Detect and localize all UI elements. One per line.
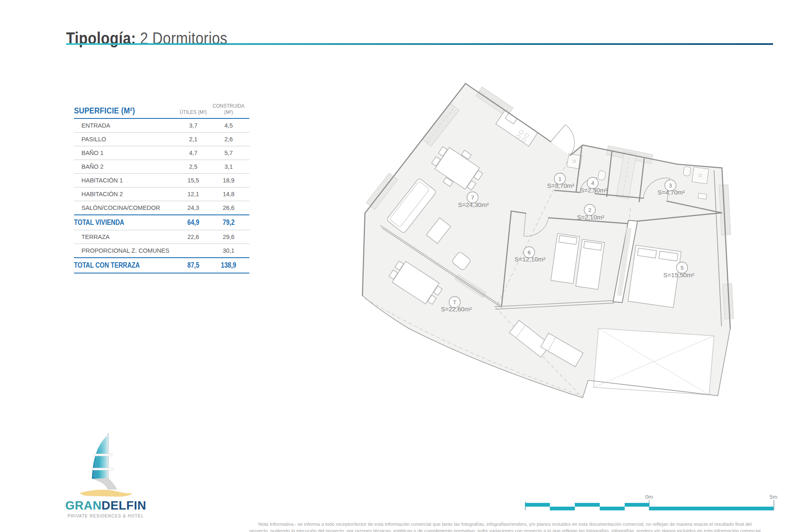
scale-segment <box>525 503 550 507</box>
surface-table: SUPERFICIE (M²) ÚTILES (M²) CONSTRUIDA (… <box>74 105 249 273</box>
room-number: T <box>453 299 456 305</box>
table-row-total-vivienda: TOTAL VIVIENDA 64,9 79,2 <box>74 215 249 230</box>
brand-logo: GRANDELFIN PRIVATE RESIDENCES & HOTEL <box>61 432 150 518</box>
scale-segment <box>600 507 625 510</box>
table-row: TERRAZA 22,6 29,6 <box>74 230 249 244</box>
scale-five-label: 5m <box>764 494 783 500</box>
table-row-total-terraza: TOTAL CON TERRAZA 87,5 138,9 <box>74 258 249 273</box>
brand-subtitle: PRIVATE RESIDENCES & HOTEL <box>61 514 150 518</box>
room-number: 2 <box>588 207 591 213</box>
scale-segment <box>625 503 649 507</box>
legal-note-line1: Nota Informativa.- se informa a todo rec… <box>216 521 794 527</box>
table-row: HABITACIÓN 2 12,1 14,8 <box>74 187 249 201</box>
room-area-label: S=12,10m² <box>515 256 545 263</box>
brand-name: GRANDELFIN <box>61 499 150 512</box>
table-row: SALÓN/COCINA/COMEDOR 24,3 26,6 <box>74 201 249 215</box>
room-area-label: S=2,10m² <box>577 214 604 221</box>
room-area-label: S=4,70m² <box>658 189 685 196</box>
brand-name-gran: GRAN <box>65 499 101 512</box>
table-row: PASILLO 2,1 2,6 <box>74 133 249 146</box>
room-number: 3 <box>669 182 672 189</box>
table-row: ENTRADA 3,7 4,5 <box>74 119 249 133</box>
scale-tick-5m <box>773 500 774 510</box>
room-area-label: S=2,50m² <box>580 187 607 194</box>
surface-table-header: SUPERFICIE (M²) ÚTILES (M²) CONSTRUIDA (… <box>74 105 249 119</box>
room-number: 4 <box>591 180 594 186</box>
scale-segment-long <box>649 507 773 510</box>
legal-note-line2: proyecto, pudiendo la ejecución del proy… <box>216 527 794 532</box>
column-header-construida: CONSTRUIDA (M²) <box>205 103 252 115</box>
room-number: 6 <box>527 249 530 256</box>
room-number: 1 <box>558 176 561 182</box>
scale-segment <box>550 507 575 510</box>
room-area-label: S=3,70m² <box>547 182 574 189</box>
page-title-prefix: Tipología: <box>66 29 136 48</box>
title-underline <box>66 43 773 45</box>
room-area-label: S=22,60m² <box>441 305 472 313</box>
legal-note: Nota Informativa.- se informa a todo rec… <box>216 521 794 532</box>
table-row: HABITACIÓN 1 15,5 18,9 <box>74 174 249 187</box>
page-title-value: 2 Dormitorios <box>140 29 227 48</box>
sail-tower-icon <box>71 432 141 498</box>
scale-zero-label: 0m <box>640 494 658 500</box>
brand-name-delfin: DELFIN <box>101 499 146 512</box>
page-title: Tipología:2 Dormitorios <box>66 29 244 48</box>
scale-segment <box>575 503 600 507</box>
scale-bar: 0m 5m <box>525 494 774 511</box>
room-area-label: S=24,30m² <box>458 201 489 208</box>
table-row: BAÑO 1 4,7 5,7 <box>74 146 249 160</box>
room-number: 7 <box>471 195 474 201</box>
surface-table-title: SUPERFICIE (M²) <box>74 106 135 116</box>
room-number: 5 <box>680 265 683 271</box>
table-row: PROPORCIONAL Z. COMUNES 30,1 <box>74 244 249 258</box>
table-row: BAÑO 2 2,5 3,1 <box>74 160 249 174</box>
room-area-label: S=15,50m² <box>663 271 694 278</box>
floor-plan: 7S=24,30m²1S=3,70m²4S=2,50m²3S=4,70m²2S=… <box>316 66 756 424</box>
crossed-area <box>594 328 714 395</box>
